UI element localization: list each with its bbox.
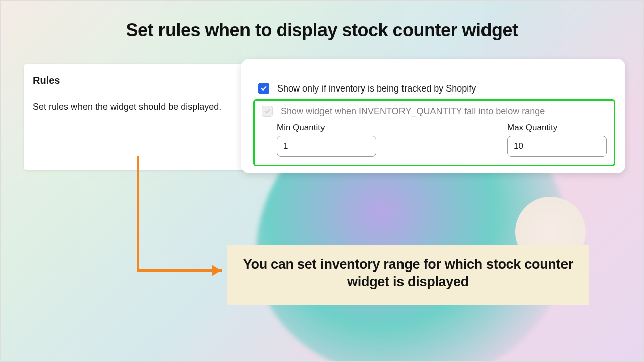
min-quantity-input[interactable] — [277, 136, 376, 157]
checkbox-tracked-label: Show only if inventory is being tracked … — [277, 83, 476, 94]
checkmark-icon — [264, 108, 271, 115]
checkbox-row-tracked: Show only if inventory is being tracked … — [253, 81, 615, 99]
min-quantity-label: Min Quantity — [277, 123, 376, 133]
checkbox-range[interactable] — [262, 106, 273, 117]
max-quantity-field: Max Quantity — [507, 123, 607, 157]
callout-box: You can set inventory range for which st… — [227, 245, 589, 305]
checkbox-range-label: Show widget when INVENTORY_QUANTITY fall… — [281, 106, 545, 117]
max-quantity-label: Max Quantity — [507, 123, 607, 133]
checkbox-tracked[interactable] — [258, 83, 269, 94]
callout-text: You can set inventory range for which st… — [240, 256, 576, 291]
rules-heading: Rules — [33, 75, 233, 86]
range-highlight-box: Show widget when INVENTORY_QUANTITY fall… — [253, 99, 615, 166]
checkmark-icon — [260, 85, 267, 92]
max-quantity-input[interactable] — [507, 136, 607, 157]
rules-panel: Rules Set rules when the widget should b… — [24, 64, 621, 170]
min-quantity-field: Min Quantity — [277, 123, 376, 157]
rules-panel-left: Rules Set rules when the widget should b… — [24, 64, 247, 166]
annotation-arrow — [135, 157, 241, 278]
checkbox-row-range: Show widget when INVENTORY_QUANTITY fall… — [262, 106, 607, 123]
page-title: Set rules when to display stock counter … — [1, 20, 643, 41]
rules-description: Set rules when the widget should be disp… — [33, 101, 233, 113]
quantity-row: Min Quantity Max Quantity — [262, 123, 607, 157]
rules-panel-right: Show only if inventory is being tracked … — [247, 64, 621, 166]
